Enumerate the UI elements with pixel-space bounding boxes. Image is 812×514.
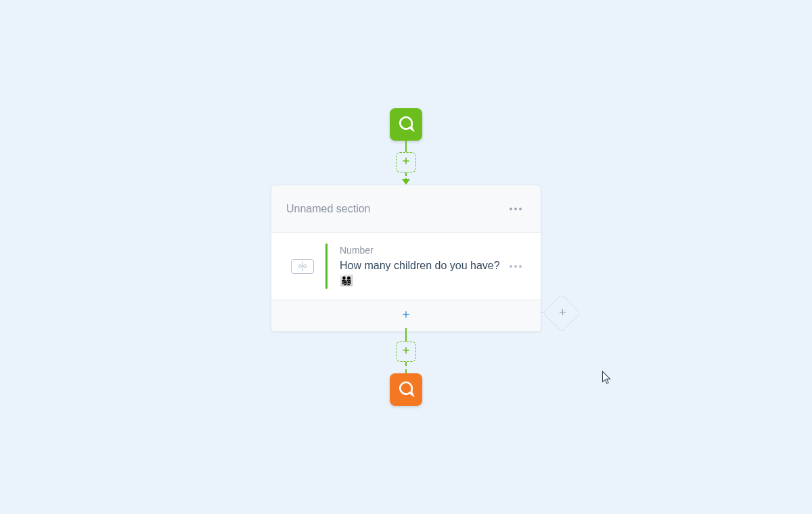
question-more-button[interactable]: [505, 261, 526, 272]
question-accent-bar: [325, 243, 328, 289]
add-question-button[interactable]: [271, 300, 541, 331]
chat-bubble-icon: [397, 379, 415, 400]
question-type-label: Number: [340, 245, 500, 256]
start-chat-node[interactable]: [390, 108, 422, 141]
add-step-button-top[interactable]: [396, 152, 416, 172]
more-horizontal-icon: [510, 265, 512, 268]
connector-line: [405, 362, 407, 373]
chat-bubble-icon: [397, 114, 415, 135]
section-title[interactable]: Unnamed section: [286, 203, 371, 215]
section-more-button[interactable]: [505, 204, 526, 214]
question-text: How many children do you have? 👨‍👩‍👧‍👦: [340, 258, 500, 287]
add-step-button-bottom[interactable]: [396, 342, 416, 362]
arrow-down-icon: [402, 179, 410, 185]
connector-line: [405, 328, 407, 342]
question-row[interactable]: Number How many children do you have? 👨‍…: [271, 233, 541, 300]
mouse-cursor-icon: [602, 371, 611, 387]
section-card[interactable]: Unnamed section Number How many children…: [271, 185, 541, 332]
add-branch-button[interactable]: [543, 294, 581, 333]
flow-canvas[interactable]: Unnamed section Number How many children…: [0, 0, 812, 514]
question-main: Number How many children do you have? 👨‍…: [340, 245, 500, 287]
section-header: Unnamed section: [271, 185, 541, 233]
plus-icon: [401, 309, 411, 323]
plus-icon: [401, 156, 411, 169]
plus-icon: [553, 304, 570, 321]
connector-line: [405, 141, 407, 152]
number-field-icon: [286, 259, 319, 274]
more-horizontal-icon: [510, 208, 512, 210]
plus-icon: [401, 345, 411, 358]
end-chat-node[interactable]: [390, 373, 422, 406]
